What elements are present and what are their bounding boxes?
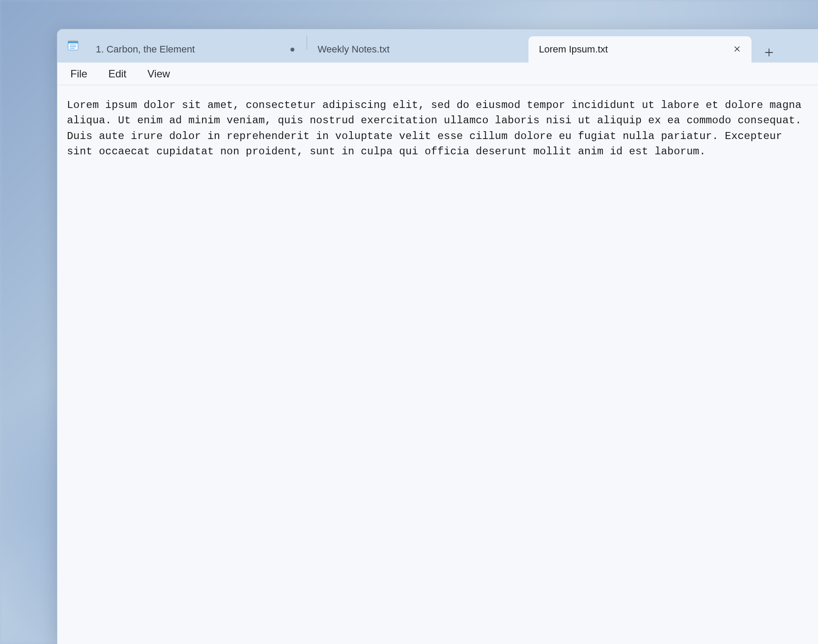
new-tab-button[interactable] <box>757 48 781 59</box>
tabs-row: 1. Carbon, the Element Weekly Notes.txt … <box>85 29 818 63</box>
tab-lorem-ipsum[interactable]: Lorem Ipsum.txt <box>528 36 752 63</box>
tab-label: Weekly Notes.txt <box>318 44 498 55</box>
tab-weekly-notes[interactable]: Weekly Notes.txt <box>307 36 528 63</box>
svg-point-3 <box>71 41 73 42</box>
svg-point-5 <box>76 41 77 42</box>
tab-unsaved-indicator[interactable] <box>285 48 300 52</box>
menu-edit[interactable]: Edit <box>98 65 137 83</box>
menubar: File Edit View <box>57 63 818 85</box>
svg-point-2 <box>70 41 71 42</box>
tab-label: 1. Carbon, the Element <box>96 44 276 55</box>
svg-point-4 <box>73 41 75 42</box>
notepad-window: 1. Carbon, the Element Weekly Notes.txt … <box>57 29 818 644</box>
tab-label: Lorem Ipsum.txt <box>539 44 721 55</box>
menu-file[interactable]: File <box>60 65 98 83</box>
tab-carbon-element[interactable]: 1. Carbon, the Element <box>85 36 307 63</box>
close-icon <box>734 44 741 55</box>
tab-close-button[interactable] <box>730 42 745 57</box>
unsaved-dot-icon <box>290 48 294 52</box>
plus-icon <box>764 48 774 59</box>
text-editor[interactable]: Lorem ipsum dolor sit amet, consectetur … <box>57 85 818 644</box>
titlebar[interactable]: 1. Carbon, the Element Weekly Notes.txt … <box>57 29 818 63</box>
menu-view[interactable]: View <box>137 65 181 83</box>
app-icon-container <box>61 29 85 63</box>
notepad-icon <box>66 38 80 53</box>
